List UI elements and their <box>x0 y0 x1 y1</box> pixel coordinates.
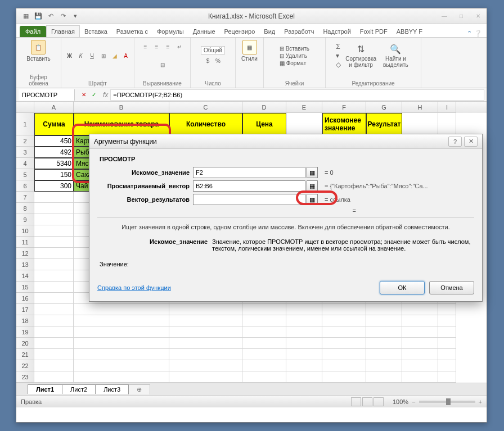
tab-layout[interactable]: Разметка с <box>112 26 152 37</box>
tab-formulas[interactable]: Формулы <box>152 26 188 37</box>
sheet-tab-2[interactable]: Лист2 <box>62 384 96 394</box>
cell[interactable] <box>34 349 74 360</box>
col-header-A[interactable]: A <box>34 102 74 113</box>
cell[interactable] <box>34 225 74 237</box>
row-header[interactable]: 1 <box>16 113 34 135</box>
row-header[interactable]: 2 <box>16 135 34 147</box>
cell[interactable] <box>74 349 169 360</box>
align-center-icon[interactable]: ≡ <box>152 42 161 51</box>
zoom-level[interactable]: 100% <box>393 398 408 405</box>
cell[interactable] <box>34 315 74 326</box>
sheet-tab-3[interactable]: Лист3 <box>95 384 129 394</box>
italic-icon[interactable]: К <box>76 51 86 60</box>
sort-filter-button[interactable]: ⇅ Сортировка и фильтр <box>343 43 379 69</box>
help-icon[interactable]: ❔ <box>474 30 482 37</box>
fx-icon[interactable]: fx <box>101 91 110 99</box>
cell[interactable] <box>438 326 456 338</box>
cells-format-button[interactable]: ▦ Формат <box>280 60 306 66</box>
cell[interactable] <box>438 315 456 326</box>
cell[interactable] <box>34 326 74 338</box>
cell[interactable] <box>402 349 438 360</box>
clear-icon[interactable]: ◇ <box>336 61 341 69</box>
row-header[interactable]: 10 <box>16 225 34 237</box>
font-color-icon[interactable]: A <box>122 51 130 60</box>
percent-icon[interactable]: % <box>214 57 223 66</box>
cell[interactable] <box>438 113 456 135</box>
enter-formula-icon[interactable]: ✓ <box>89 90 98 99</box>
find-button[interactable]: 🔍 Найти и выделить <box>381 43 411 69</box>
cell[interactable]: 150 <box>34 169 74 180</box>
currency-icon[interactable]: $ <box>204 57 213 66</box>
cell[interactable] <box>242 315 286 326</box>
autosum-icon[interactable]: Σ <box>336 43 341 51</box>
cell[interactable] <box>74 304 169 315</box>
sheet-tab-1[interactable]: Лист1 <box>28 384 62 394</box>
cell[interactable] <box>169 326 242 338</box>
cell[interactable] <box>34 203 74 214</box>
align-left-icon[interactable]: ≡ <box>141 42 150 51</box>
row-header[interactable]: 9 <box>16 214 34 225</box>
row-header[interactable]: 11 <box>16 237 34 248</box>
row-header[interactable]: 18 <box>16 315 34 326</box>
bold-icon[interactable]: Ж <box>65 51 74 60</box>
minimize-ribbon-icon[interactable]: ⌃ <box>467 30 472 37</box>
row-header[interactable]: 16 <box>16 293 34 304</box>
tab-home[interactable]: Главная <box>46 25 80 37</box>
cell[interactable] <box>438 360 456 371</box>
row-header[interactable]: 6 <box>16 180 34 192</box>
cell[interactable] <box>438 349 456 360</box>
tab-data[interactable]: Данные <box>188 26 220 37</box>
redo-icon[interactable]: ↷ <box>58 11 68 21</box>
cell[interactable] <box>242 371 286 383</box>
minimize-button[interactable]: — <box>436 11 453 22</box>
fill-color-icon[interactable]: ◢ <box>110 51 119 60</box>
cell[interactable] <box>169 360 242 371</box>
cell[interactable] <box>322 326 366 338</box>
row-header[interactable]: 20 <box>16 338 34 349</box>
range-selector-icon[interactable]: ▦ <box>307 180 318 192</box>
cell[interactable] <box>34 237 74 248</box>
cell[interactable]: Сумма <box>34 113 74 135</box>
cell[interactable] <box>242 338 286 349</box>
cell[interactable] <box>402 113 438 135</box>
cell[interactable] <box>438 371 456 383</box>
col-header-H[interactable]: H <box>402 102 438 113</box>
fill-icon[interactable]: ▾ <box>336 52 341 60</box>
cell[interactable] <box>286 349 322 360</box>
zoom-slider[interactable] <box>419 401 475 403</box>
cell[interactable] <box>169 304 242 315</box>
cell[interactable] <box>286 360 322 371</box>
row-header[interactable]: 13 <box>16 259 34 270</box>
cell[interactable] <box>438 304 456 315</box>
page-layout-button[interactable] <box>362 397 372 406</box>
tab-addins[interactable]: Надстрой <box>318 26 355 37</box>
tab-abbyy[interactable]: ABBYY F <box>392 26 427 37</box>
styles-button[interactable]: ▦ Стили <box>239 39 260 63</box>
wrap-text-icon[interactable]: ↵ <box>175 42 184 51</box>
row-header[interactable]: 19 <box>16 326 34 338</box>
cell[interactable] <box>169 315 242 326</box>
arg-input[interactable]: B2:B6 <box>193 180 305 192</box>
page-break-button[interactable] <box>374 397 384 406</box>
undo-icon[interactable]: ↶ <box>46 11 56 21</box>
cell[interactable] <box>34 259 74 270</box>
tab-foxit[interactable]: Foxit PDF <box>356 26 392 37</box>
cell[interactable] <box>242 304 286 315</box>
cell[interactable] <box>34 282 74 293</box>
cancel-button[interactable]: Отмена <box>429 281 474 294</box>
cell[interactable]: 492 <box>34 147 74 158</box>
cell[interactable] <box>34 214 74 225</box>
cell[interactable] <box>169 349 242 360</box>
cell[interactable] <box>169 371 242 383</box>
number-format-select[interactable]: Общий <box>201 46 225 55</box>
cell[interactable] <box>169 338 242 349</box>
cancel-formula-icon[interactable]: ✕ <box>79 90 88 99</box>
col-header-I[interactable]: I <box>438 102 456 113</box>
cell[interactable] <box>286 326 322 338</box>
cells-delete-button[interactable]: ⊟ Удалить <box>280 53 307 59</box>
cell[interactable] <box>438 338 456 349</box>
merge-icon[interactable]: ⊟ <box>158 60 167 69</box>
cell[interactable] <box>74 371 169 383</box>
paste-button[interactable]: 📋 Вставить <box>24 39 52 63</box>
cell[interactable] <box>366 349 402 360</box>
